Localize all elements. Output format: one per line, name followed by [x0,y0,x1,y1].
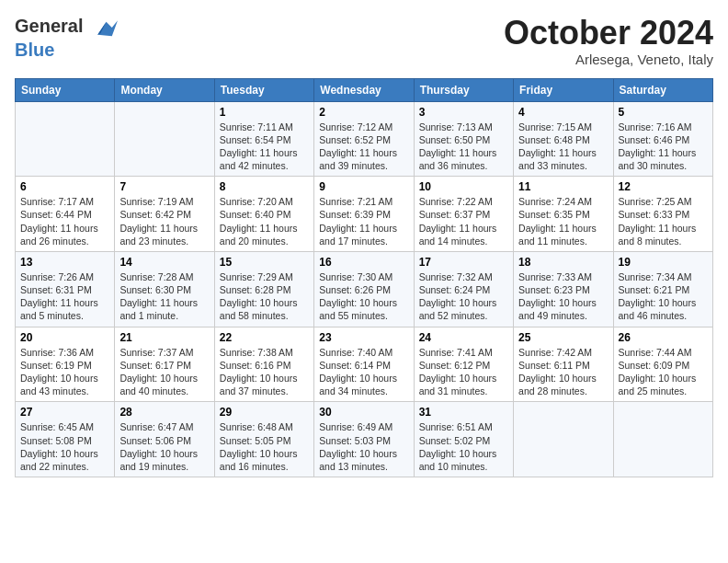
day-detail: Sunrise: 7:28 AM Sunset: 6:30 PM Dayligh… [119,270,209,323]
day-detail: Sunrise: 7:12 AM Sunset: 6:52 PM Dayligh… [319,121,408,173]
calendar-cell: 25Sunrise: 7:42 AM Sunset: 6:11 PM Dayli… [514,327,613,402]
day-number: 13 [20,256,109,269]
day-detail: Sunrise: 7:21 AM Sunset: 6:39 PM Dayligh… [319,195,408,247]
day-number: 22 [220,331,309,344]
month-title: October 2024 [504,15,713,52]
day-number: 23 [319,331,408,344]
day-detail: Sunrise: 7:15 AM Sunset: 6:48 PM Dayligh… [518,121,608,173]
day-detail: Sunrise: 7:20 AM Sunset: 6:40 PM Dayligh… [220,195,309,247]
calendar-cell: 4Sunrise: 7:15 AM Sunset: 6:48 PM Daylig… [514,101,613,177]
calendar-cell: 5Sunrise: 7:16 AM Sunset: 6:46 PM Daylig… [613,101,712,177]
calendar-cell: 20Sunrise: 7:36 AM Sunset: 6:19 PM Dayli… [16,327,115,402]
calendar-cell: 12Sunrise: 7:25 AM Sunset: 6:33 PM Dayli… [613,177,712,252]
calendar-cell: 14Sunrise: 7:28 AM Sunset: 6:30 PM Dayli… [115,251,214,327]
logo: General Blue [15,15,118,59]
weekday-header-cell: Sunday [16,78,115,101]
day-number: 25 [518,331,608,344]
calendar-week-row: 1Sunrise: 7:11 AM Sunset: 6:54 PM Daylig… [16,101,713,177]
day-detail: Sunrise: 6:51 AM Sunset: 5:02 PM Dayligh… [419,420,508,473]
day-detail: Sunrise: 7:24 AM Sunset: 6:35 PM Dayligh… [518,195,608,247]
weekday-header-cell: Wednesday [314,78,414,101]
location-title: Arlesega, Veneto, Italy [504,52,713,67]
calendar-cell [115,101,214,177]
day-detail: Sunrise: 7:25 AM Sunset: 6:33 PM Dayligh… [619,195,708,247]
day-detail: Sunrise: 7:32 AM Sunset: 6:24 PM Dayligh… [419,270,508,323]
calendar-cell: 26Sunrise: 7:44 AM Sunset: 6:09 PM Dayli… [613,327,712,402]
calendar-cell: 13Sunrise: 7:26 AM Sunset: 6:31 PM Dayli… [16,251,115,327]
day-number: 29 [220,406,309,419]
calendar-cell: 15Sunrise: 7:29 AM Sunset: 6:28 PM Dayli… [214,251,313,327]
day-detail: Sunrise: 7:29 AM Sunset: 6:28 PM Dayligh… [220,270,309,323]
day-detail: Sunrise: 7:40 AM Sunset: 6:14 PM Dayligh… [319,346,408,398]
calendar-cell: 27Sunrise: 6:45 AM Sunset: 5:08 PM Dayli… [16,402,115,477]
calendar-cell: 6Sunrise: 7:17 AM Sunset: 6:44 PM Daylig… [16,177,115,252]
day-detail: Sunrise: 7:19 AM Sunset: 6:42 PM Dayligh… [119,195,209,247]
day-number: 5 [619,106,708,119]
calendar-cell: 7Sunrise: 7:19 AM Sunset: 6:42 PM Daylig… [115,177,214,252]
day-detail: Sunrise: 7:16 AM Sunset: 6:46 PM Dayligh… [619,121,708,173]
day-number: 2 [319,106,408,119]
day-number: 14 [119,256,209,269]
day-detail: Sunrise: 7:36 AM Sunset: 6:19 PM Dayligh… [20,346,109,398]
weekday-header-cell: Monday [115,78,214,101]
page-header: General Blue October 2024 Arlesega, Vene… [15,15,713,67]
day-detail: Sunrise: 7:30 AM Sunset: 6:26 PM Dayligh… [319,270,408,323]
day-number: 9 [319,180,408,193]
calendar-cell: 31Sunrise: 6:51 AM Sunset: 5:02 PM Dayli… [414,402,513,477]
calendar-cell: 18Sunrise: 7:33 AM Sunset: 6:23 PM Dayli… [514,251,613,327]
day-detail: Sunrise: 7:13 AM Sunset: 6:50 PM Dayligh… [419,121,508,173]
calendar-week-row: 6Sunrise: 7:17 AM Sunset: 6:44 PM Daylig… [16,177,713,252]
day-number: 15 [220,256,309,269]
calendar-week-row: 20Sunrise: 7:36 AM Sunset: 6:19 PM Dayli… [16,327,713,402]
day-detail: Sunrise: 7:34 AM Sunset: 6:21 PM Dayligh… [619,270,708,323]
calendar-cell: 3Sunrise: 7:13 AM Sunset: 6:50 PM Daylig… [414,101,513,177]
day-number: 12 [619,180,708,193]
calendar-cell: 11Sunrise: 7:24 AM Sunset: 6:35 PM Dayli… [514,177,613,252]
weekday-header-cell: Friday [514,78,613,101]
calendar-cell: 16Sunrise: 7:30 AM Sunset: 6:26 PM Dayli… [314,251,414,327]
calendar-table: SundayMondayTuesdayWednesdayThursdayFrid… [15,78,713,477]
day-number: 28 [119,406,209,419]
day-number: 16 [319,256,408,269]
calendar-cell: 1Sunrise: 7:11 AM Sunset: 6:54 PM Daylig… [214,101,313,177]
day-detail: Sunrise: 6:45 AM Sunset: 5:08 PM Dayligh… [20,420,109,473]
day-detail: Sunrise: 7:42 AM Sunset: 6:11 PM Dayligh… [518,346,608,398]
calendar-cell: 30Sunrise: 6:49 AM Sunset: 5:03 PM Dayli… [314,402,414,477]
calendar-cell: 21Sunrise: 7:37 AM Sunset: 6:17 PM Dayli… [115,327,214,402]
calendar-body: 1Sunrise: 7:11 AM Sunset: 6:54 PM Daylig… [16,101,713,477]
day-detail: Sunrise: 7:17 AM Sunset: 6:44 PM Dayligh… [20,195,109,247]
day-number: 11 [518,180,608,193]
day-number: 1 [220,106,309,119]
day-number: 7 [119,180,209,193]
calendar-cell [613,402,712,477]
day-detail: Sunrise: 7:11 AM Sunset: 6:54 PM Dayligh… [220,121,309,173]
day-number: 27 [20,406,109,419]
logo-blue: Blue [15,40,118,59]
calendar-cell: 2Sunrise: 7:12 AM Sunset: 6:52 PM Daylig… [314,101,414,177]
day-number: 6 [20,180,109,193]
day-number: 4 [518,106,608,119]
day-number: 19 [619,256,708,269]
day-detail: Sunrise: 6:49 AM Sunset: 5:03 PM Dayligh… [319,420,408,473]
weekday-header-cell: Saturday [613,78,712,101]
day-number: 21 [119,331,209,344]
calendar-cell: 24Sunrise: 7:41 AM Sunset: 6:12 PM Dayli… [414,327,513,402]
calendar-cell: 10Sunrise: 7:22 AM Sunset: 6:37 PM Dayli… [414,177,513,252]
calendar-week-row: 27Sunrise: 6:45 AM Sunset: 5:08 PM Dayli… [16,402,713,477]
calendar-cell: 23Sunrise: 7:40 AM Sunset: 6:14 PM Dayli… [314,327,414,402]
title-block: October 2024 Arlesega, Veneto, Italy [504,15,713,67]
day-number: 10 [419,180,508,193]
day-detail: Sunrise: 7:33 AM Sunset: 6:23 PM Dayligh… [518,270,608,323]
calendar-cell: 9Sunrise: 7:21 AM Sunset: 6:39 PM Daylig… [314,177,414,252]
day-number: 31 [419,406,508,419]
weekday-header-row: SundayMondayTuesdayWednesdayThursdayFrid… [16,78,713,101]
day-detail: Sunrise: 7:26 AM Sunset: 6:31 PM Dayligh… [20,270,109,323]
day-number: 20 [20,331,109,344]
day-detail: Sunrise: 7:22 AM Sunset: 6:37 PM Dayligh… [419,195,508,247]
logo-bird-icon [92,15,118,40]
svg-marker-0 [97,20,118,36]
day-detail: Sunrise: 7:38 AM Sunset: 6:16 PM Dayligh… [220,346,309,398]
calendar-cell [514,402,613,477]
day-number: 26 [619,331,708,344]
day-number: 3 [419,106,508,119]
